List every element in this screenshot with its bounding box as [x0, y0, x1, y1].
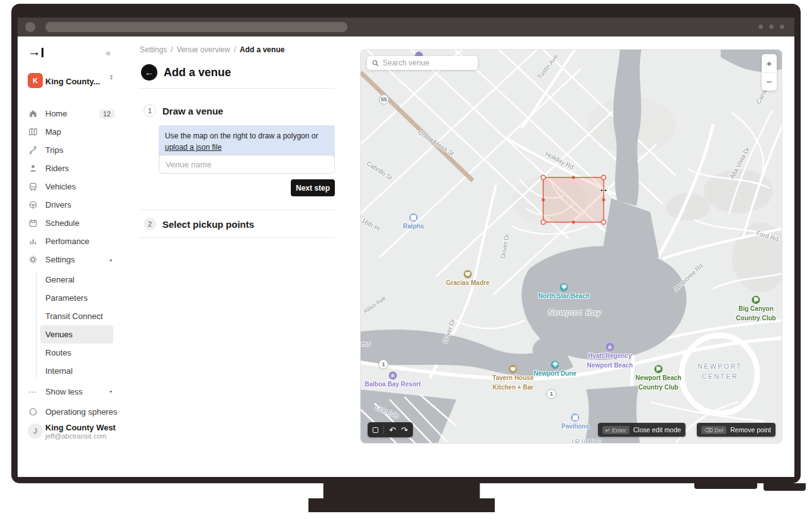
- collapse-arrow-icon: ▴: [110, 257, 112, 262]
- sidebar-item-map[interactable]: Map: [18, 123, 140, 141]
- sidebar-item-home[interactable]: Home12: [18, 104, 140, 123]
- map-icon: [28, 127, 38, 137]
- zoom-out-button[interactable]: −: [762, 73, 777, 91]
- umbrella-icon: ☂: [551, 361, 560, 369]
- undo-icon[interactable]: ↶: [389, 426, 396, 434]
- org-name[interactable]: King County...: [45, 77, 100, 86]
- sidebar-item-parameters[interactable]: Parameters: [40, 289, 113, 307]
- map-road-label: 16th Pl: [361, 216, 381, 232]
- remove-point-button[interactable]: ⌫ DelRemove point: [697, 423, 775, 437]
- button-label: Close edit mode: [633, 426, 681, 434]
- map-search: [367, 56, 478, 70]
- breadcrumb-item[interactable]: Add a venue: [240, 45, 285, 54]
- trips-icon: [28, 145, 38, 155]
- map-road-label: Cabrillo St: [366, 160, 394, 181]
- zoom-in-button[interactable]: +: [762, 54, 777, 72]
- back-button[interactable]: ←: [141, 64, 157, 81]
- sidebar-item-drivers[interactable]: Drivers: [18, 196, 140, 214]
- browser-button-placeholder: [25, 22, 35, 32]
- sidebar-item-internal[interactable]: Internal: [40, 362, 113, 380]
- map-poi-label: ▤Ralphs: [403, 213, 424, 231]
- info-text: Use the map on the right to draw a polyg…: [165, 132, 318, 140]
- sidebar-item-label: Trips: [45, 145, 63, 155]
- performance-icon: [28, 237, 38, 247]
- breadcrumb-item[interactable]: Venue overview: [177, 45, 230, 54]
- next-step-button[interactable]: Next step: [291, 179, 335, 196]
- resize-cursor-icon: ↔: [599, 183, 609, 194]
- browser-toolbar: [18, 18, 794, 36]
- sidebar-item-label: Drivers: [45, 200, 71, 210]
- sidebar: → « K King County... ▲▼ Home12MapTripsRi…: [18, 36, 140, 477]
- venue-name-input[interactable]: [159, 155, 335, 174]
- rectangle-tool-icon[interactable]: [373, 427, 378, 433]
- map-road-label: Holiday Rd: [544, 150, 575, 171]
- cart-icon: ▤: [410, 213, 418, 221]
- count-badge: 12: [99, 109, 115, 118]
- sidebar-item-settings[interactable]: Settings▴: [18, 250, 140, 269]
- info-banner: Use the map on the right to draw a polyg…: [159, 125, 335, 158]
- map-area-label: Lido Isle: [375, 403, 400, 420]
- search-venue-input[interactable]: [383, 59, 473, 67]
- schedule-icon: [28, 218, 38, 228]
- map-poi-label: ⚑Newport BeachCountry Club: [636, 365, 682, 391]
- home-icon: [28, 109, 38, 119]
- cart-icon: ▤: [572, 413, 580, 422]
- laptop-stand-shape: [694, 483, 757, 489]
- map-road-label: Tustin Ave: [536, 53, 559, 80]
- sidebar-item-show-less[interactable]: ··· Show less ▾: [18, 383, 140, 401]
- golf-icon: ⚑: [654, 365, 662, 373]
- sidebar-item-label: Map: [45, 127, 61, 137]
- map-road-label: Dover Dr: [441, 318, 456, 344]
- hotel-icon: ⌂: [606, 343, 614, 351]
- map-area-label: NEWPORTCENTER: [698, 362, 743, 382]
- umbrella-icon: ☂: [560, 283, 568, 291]
- step1-title: Draw a venue: [162, 106, 223, 116]
- sidebar-item-riders[interactable]: Riders: [18, 159, 140, 177]
- page-title: Add a venue: [164, 66, 231, 79]
- drivers-icon: [28, 200, 38, 210]
- sidebar-item-schedule[interactable]: Schedule: [18, 214, 140, 232]
- sidebar-item-venues[interactable]: Venues: [40, 325, 113, 344]
- sidebar-item-trips[interactable]: Trips: [18, 141, 140, 159]
- button-label: Remove point: [730, 426, 771, 434]
- sidebar-item-vehicles[interactable]: Vehicles: [18, 177, 140, 196]
- map-canvas[interactable]: Tustin AveCosta Mesa StCabrillo St16th P…: [361, 50, 782, 444]
- map-poi-label: ΨTavern HouseKitchen + Bar: [492, 365, 533, 391]
- sidebar-item-transit-connect[interactable]: Transit Connect: [40, 307, 113, 325]
- breadcrumb-separator: /: [234, 45, 235, 54]
- map-road-label: Costa Mesa St: [417, 129, 455, 157]
- window-controls: [758, 25, 784, 29]
- close-edit-mode-button[interactable]: ↵ EnterClose edit mode: [598, 423, 685, 437]
- keyboard-key-badge: ⌫ Del: [701, 426, 726, 434]
- breadcrumb-item[interactable]: Settings: [140, 45, 167, 54]
- breadcrumb: Settings/Venue overview/Add a venue: [140, 45, 285, 54]
- org-avatar: K: [28, 73, 43, 88]
- upload-json-link[interactable]: upload a json file: [165, 143, 222, 152]
- sidebar-item-label: Home: [45, 109, 67, 118]
- sidebar-collapse-icon[interactable]: «: [106, 48, 111, 58]
- map-poi-label: ☂Newport Dune: [534, 361, 577, 378]
- map-poi-label: ☂North Star Beach: [538, 283, 590, 301]
- app-window: → « K King County... ▲▼ Home12MapTripsRi…: [18, 36, 794, 477]
- expand-arrow-icon: ▾: [110, 389, 112, 395]
- sidebar-item-label: Riders: [45, 164, 69, 173]
- sidebar-item-operating-spheres[interactable]: Operationg spheres: [18, 403, 140, 421]
- redo-icon[interactable]: ↷: [401, 426, 408, 434]
- sidebar-item-label: Show less: [45, 387, 82, 396]
- venue-polygon[interactable]: [539, 173, 608, 227]
- user-avatar[interactable]: J: [28, 423, 43, 439]
- sidebar-item-perfomance[interactable]: Perfomance: [18, 232, 140, 250]
- map-panel[interactable]: Tustin AveCosta Mesa StCabrillo St16th P…: [360, 49, 782, 444]
- settings-submenu: GeneralParametersTransit ConnectVenuesRo…: [40, 271, 113, 380]
- highway-shield: 1: [546, 389, 556, 399]
- settings-icon: [28, 255, 38, 265]
- breadcrumb-separator: /: [171, 45, 172, 54]
- map-edit-buttons: ↵ EnterClose edit mode⌫ DelRemove point: [598, 423, 775, 437]
- org-switcher-icon[interactable]: ▲▼: [110, 74, 113, 81]
- search-icon: [372, 60, 379, 67]
- highway-shield: 1: [378, 359, 388, 369]
- submenu-guide-line: [36, 272, 37, 380]
- sidebar-item-routes[interactable]: Routes: [40, 344, 113, 362]
- sidebar-item-general[interactable]: General: [40, 271, 113, 289]
- sidebar-nav: Home12MapTripsRidersVehiclesDriversSched…: [18, 104, 140, 269]
